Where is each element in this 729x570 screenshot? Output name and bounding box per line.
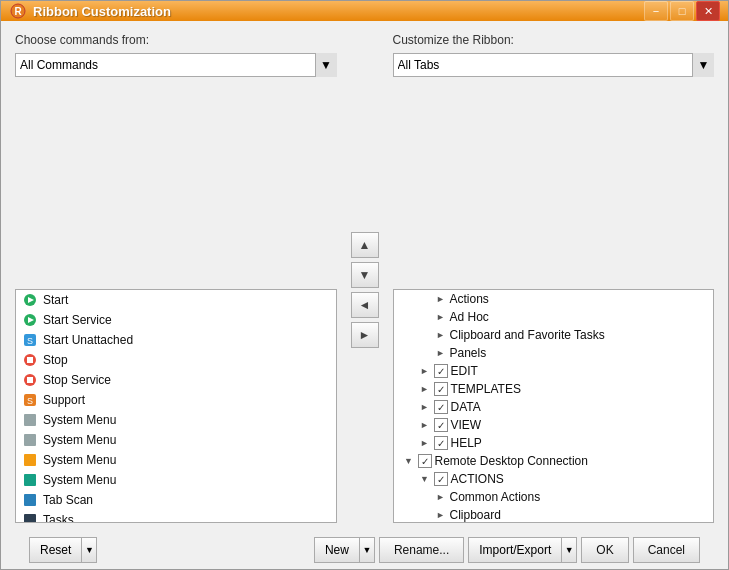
tree-item-label: Ad Hoc — [450, 310, 489, 324]
list-item-icon — [22, 352, 38, 368]
svg-rect-17 — [24, 474, 36, 486]
right-tree-box[interactable]: ►Actions►Ad Hoc►Clipboard and Favorite T… — [393, 289, 715, 523]
list-item[interactable]: S Support — [16, 390, 336, 410]
move-up-button[interactable]: ▲ — [351, 232, 379, 258]
tree-item-label: Remote Desktop Connection — [435, 454, 588, 468]
tree-expand-icon[interactable]: ► — [435, 329, 447, 341]
list-item[interactable]: Tab Scan — [16, 490, 336, 510]
minimize-button[interactable]: − — [644, 1, 668, 21]
tree-expand-icon[interactable]: ► — [419, 383, 431, 395]
tree-item[interactable]: ►✓DATA — [394, 398, 714, 416]
add-button[interactable]: ◄ — [351, 292, 379, 318]
list-item[interactable]: System Menu — [16, 410, 336, 430]
tree-item-label: ACTIONS — [451, 472, 504, 486]
tree-checkbox[interactable]: ✓ — [434, 400, 448, 414]
main-panels: Choose commands from: All Commands Popul… — [15, 33, 714, 523]
tree-item-label: Clipboard — [450, 508, 501, 522]
svg-rect-9 — [27, 357, 33, 363]
tree-item[interactable]: ►Ad Hoc — [394, 308, 714, 326]
list-item-label: System Menu — [43, 413, 116, 427]
list-item[interactable]: Start Service — [16, 310, 336, 330]
close-button[interactable]: ✕ — [696, 1, 720, 21]
list-item-label: Tasks — [43, 513, 74, 523]
tree-checkbox[interactable]: ✓ — [418, 454, 432, 468]
tree-item-label: DATA — [451, 400, 481, 414]
tree-item[interactable]: ►✓EDIT — [394, 362, 714, 380]
list-item-icon — [22, 452, 38, 468]
tree-expand-icon[interactable]: ► — [419, 365, 431, 377]
left-list-box[interactable]: Start Start Service S Start Unattached S… — [15, 289, 337, 523]
import-export-button[interactable]: Import/Export — [468, 537, 561, 563]
tree-expand-icon[interactable]: ► — [435, 509, 447, 521]
tree-expand-icon[interactable]: ► — [435, 491, 447, 503]
rename-button[interactable]: Rename... — [379, 537, 464, 563]
cancel-button[interactable]: Cancel — [633, 537, 700, 563]
reset-button-group: Reset ▼ — [29, 537, 97, 563]
left-dropdown[interactable]: All Commands Popular Commands Commands n… — [15, 53, 337, 77]
svg-rect-19 — [24, 514, 36, 523]
tree-expand-icon[interactable]: ► — [435, 347, 447, 359]
tree-expand-icon[interactable]: ► — [435, 293, 447, 305]
tree-expand-icon[interactable]: ► — [419, 419, 431, 431]
tree-checkbox[interactable]: ✓ — [434, 418, 448, 432]
dialog-title: Ribbon Customization — [33, 4, 638, 19]
tree-item-label: EDIT — [451, 364, 478, 378]
list-item[interactable]: System Menu — [16, 430, 336, 450]
remove-button[interactable]: ► — [351, 322, 379, 348]
tree-item[interactable]: ▼✓ACTIONS — [394, 470, 714, 488]
list-item[interactable]: Tasks — [16, 510, 336, 523]
tree-expand-icon[interactable]: ► — [419, 401, 431, 413]
tree-item[interactable]: ►Actions — [394, 290, 714, 308]
tree-item[interactable]: ►✓VIEW — [394, 416, 714, 434]
tree-item[interactable]: ►✓HELP — [394, 434, 714, 452]
list-item-label: Start Unattached — [43, 333, 133, 347]
list-item-label: Support — [43, 393, 85, 407]
right-panel: Customize the Ribbon: All Tabs Main Tabs… — [393, 33, 715, 523]
list-item-icon — [22, 472, 38, 488]
tree-item[interactable]: ►✓TEMPLATES — [394, 380, 714, 398]
right-panel-label: Customize the Ribbon: — [393, 33, 715, 47]
new-button[interactable]: New — [314, 537, 359, 563]
svg-rect-15 — [24, 434, 36, 446]
left-panel: Choose commands from: All Commands Popul… — [15, 33, 337, 523]
list-item[interactable]: Start — [16, 290, 336, 310]
list-item-icon — [22, 512, 38, 523]
list-item-icon — [22, 492, 38, 508]
list-item-label: Stop Service — [43, 373, 111, 387]
dialog-body: Choose commands from: All Commands Popul… — [1, 21, 728, 570]
restore-button[interactable]: □ — [670, 1, 694, 21]
list-item[interactable]: System Menu — [16, 450, 336, 470]
list-item-icon: S — [22, 392, 38, 408]
tree-item[interactable]: ►Clipboard and Favorite Tasks — [394, 326, 714, 344]
move-down-button[interactable]: ▼ — [351, 262, 379, 288]
list-item[interactable]: System Menu — [16, 470, 336, 490]
tree-expand-icon[interactable]: ► — [419, 437, 431, 449]
tree-checkbox[interactable]: ✓ — [434, 436, 448, 450]
list-item-icon — [22, 292, 38, 308]
tree-expand-icon[interactable]: ▼ — [403, 455, 415, 467]
left-dropdown-wrapper: All Commands Popular Commands Commands n… — [15, 53, 337, 285]
tree-checkbox[interactable]: ✓ — [434, 382, 448, 396]
tree-item[interactable]: ►Clipboard — [394, 506, 714, 523]
tree-item[interactable]: ►Common Actions — [394, 488, 714, 506]
tree-item-label: Common Actions — [450, 490, 541, 504]
new-dropdown-arrow[interactable]: ▼ — [359, 537, 375, 563]
reset-button[interactable]: Reset — [29, 537, 81, 563]
reset-dropdown-arrow[interactable]: ▼ — [81, 537, 97, 563]
import-export-dropdown-arrow[interactable]: ▼ — [561, 537, 577, 563]
tree-expand-icon[interactable]: ► — [435, 311, 447, 323]
tree-item[interactable]: ▼✓Remote Desktop Connection — [394, 452, 714, 470]
tree-item-label: VIEW — [451, 418, 482, 432]
list-item[interactable]: S Start Unattached — [16, 330, 336, 350]
tree-expand-icon[interactable]: ▼ — [419, 473, 431, 485]
tree-checkbox[interactable]: ✓ — [434, 472, 448, 486]
svg-text:S: S — [27, 336, 33, 346]
list-item[interactable]: Stop — [16, 350, 336, 370]
right-bottom-buttons: New ▼ Rename... Import/Export ▼ OK Cance… — [314, 537, 700, 563]
tree-item[interactable]: ►Panels — [394, 344, 714, 362]
tree-checkbox[interactable]: ✓ — [434, 364, 448, 378]
list-item[interactable]: Stop Service — [16, 370, 336, 390]
svg-rect-11 — [27, 377, 33, 383]
right-dropdown[interactable]: All Tabs Main Tabs Tool Tabs — [393, 53, 715, 77]
ok-button[interactable]: OK — [581, 537, 628, 563]
